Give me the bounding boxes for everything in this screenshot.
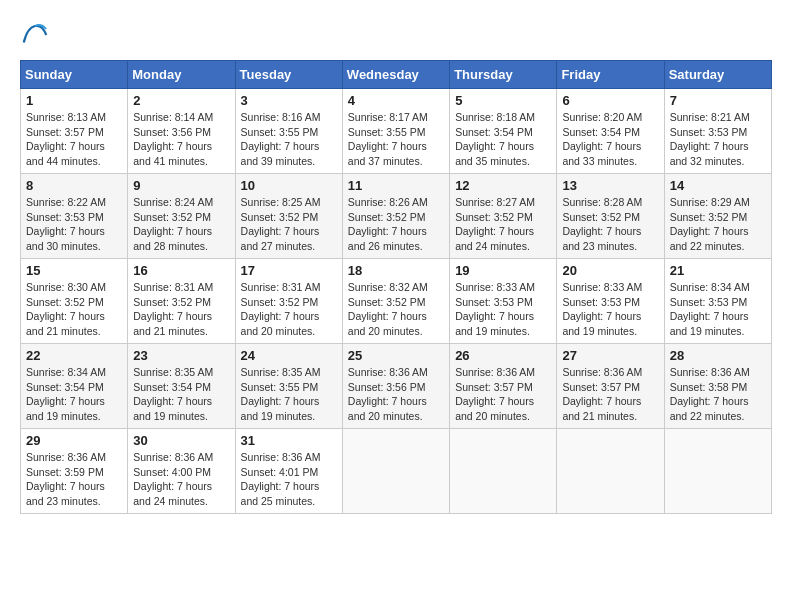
- day-info: Sunrise: 8:36 AMSunset: 3:57 PMDaylight:…: [455, 365, 551, 424]
- calendar: SundayMondayTuesdayWednesdayThursdayFrid…: [20, 60, 772, 514]
- calendar-cell: 3Sunrise: 8:16 AMSunset: 3:55 PMDaylight…: [235, 89, 342, 174]
- calendar-cell: [342, 429, 449, 514]
- day-info: Sunrise: 8:36 AMSunset: 3:58 PMDaylight:…: [670, 365, 766, 424]
- calendar-cell: 6Sunrise: 8:20 AMSunset: 3:54 PMDaylight…: [557, 89, 664, 174]
- day-number: 22: [26, 348, 122, 363]
- calendar-cell: 7Sunrise: 8:21 AMSunset: 3:53 PMDaylight…: [664, 89, 771, 174]
- day-info: Sunrise: 8:29 AMSunset: 3:52 PMDaylight:…: [670, 195, 766, 254]
- logo: [20, 20, 54, 50]
- calendar-cell: [557, 429, 664, 514]
- calendar-cell: 10Sunrise: 8:25 AMSunset: 3:52 PMDayligh…: [235, 174, 342, 259]
- day-info: Sunrise: 8:35 AMSunset: 3:55 PMDaylight:…: [241, 365, 337, 424]
- calendar-cell: 1Sunrise: 8:13 AMSunset: 3:57 PMDaylight…: [21, 89, 128, 174]
- day-number: 1: [26, 93, 122, 108]
- calendar-cell: 28Sunrise: 8:36 AMSunset: 3:58 PMDayligh…: [664, 344, 771, 429]
- calendar-cell: 9Sunrise: 8:24 AMSunset: 3:52 PMDaylight…: [128, 174, 235, 259]
- calendar-cell: 29Sunrise: 8:36 AMSunset: 3:59 PMDayligh…: [21, 429, 128, 514]
- day-info: Sunrise: 8:18 AMSunset: 3:54 PMDaylight:…: [455, 110, 551, 169]
- day-info: Sunrise: 8:36 AMSunset: 4:01 PMDaylight:…: [241, 450, 337, 509]
- calendar-cell: 17Sunrise: 8:31 AMSunset: 3:52 PMDayligh…: [235, 259, 342, 344]
- calendar-cell: 18Sunrise: 8:32 AMSunset: 3:52 PMDayligh…: [342, 259, 449, 344]
- day-number: 4: [348, 93, 444, 108]
- calendar-cell: 21Sunrise: 8:34 AMSunset: 3:53 PMDayligh…: [664, 259, 771, 344]
- day-header-saturday: Saturday: [664, 61, 771, 89]
- day-info: Sunrise: 8:36 AMSunset: 4:00 PMDaylight:…: [133, 450, 229, 509]
- calendar-cell: 13Sunrise: 8:28 AMSunset: 3:52 PMDayligh…: [557, 174, 664, 259]
- day-header-tuesday: Tuesday: [235, 61, 342, 89]
- day-number: 10: [241, 178, 337, 193]
- calendar-cell: 27Sunrise: 8:36 AMSunset: 3:57 PMDayligh…: [557, 344, 664, 429]
- day-number: 20: [562, 263, 658, 278]
- day-info: Sunrise: 8:27 AMSunset: 3:52 PMDaylight:…: [455, 195, 551, 254]
- day-header-wednesday: Wednesday: [342, 61, 449, 89]
- day-number: 14: [670, 178, 766, 193]
- calendar-cell: 12Sunrise: 8:27 AMSunset: 3:52 PMDayligh…: [450, 174, 557, 259]
- calendar-cell: 14Sunrise: 8:29 AMSunset: 3:52 PMDayligh…: [664, 174, 771, 259]
- calendar-cell: 25Sunrise: 8:36 AMSunset: 3:56 PMDayligh…: [342, 344, 449, 429]
- day-info: Sunrise: 8:31 AMSunset: 3:52 PMDaylight:…: [241, 280, 337, 339]
- calendar-cell: 16Sunrise: 8:31 AMSunset: 3:52 PMDayligh…: [128, 259, 235, 344]
- day-info: Sunrise: 8:36 AMSunset: 3:59 PMDaylight:…: [26, 450, 122, 509]
- day-info: Sunrise: 8:36 AMSunset: 3:56 PMDaylight:…: [348, 365, 444, 424]
- day-header-friday: Friday: [557, 61, 664, 89]
- day-number: 28: [670, 348, 766, 363]
- calendar-week-1: 1Sunrise: 8:13 AMSunset: 3:57 PMDaylight…: [21, 89, 772, 174]
- day-info: Sunrise: 8:26 AMSunset: 3:52 PMDaylight:…: [348, 195, 444, 254]
- calendar-cell: 8Sunrise: 8:22 AMSunset: 3:53 PMDaylight…: [21, 174, 128, 259]
- day-info: Sunrise: 8:33 AMSunset: 3:53 PMDaylight:…: [562, 280, 658, 339]
- day-info: Sunrise: 8:21 AMSunset: 3:53 PMDaylight:…: [670, 110, 766, 169]
- calendar-header-row: SundayMondayTuesdayWednesdayThursdayFrid…: [21, 61, 772, 89]
- calendar-cell: 30Sunrise: 8:36 AMSunset: 4:00 PMDayligh…: [128, 429, 235, 514]
- calendar-cell: 4Sunrise: 8:17 AMSunset: 3:55 PMDaylight…: [342, 89, 449, 174]
- day-info: Sunrise: 8:32 AMSunset: 3:52 PMDaylight:…: [348, 280, 444, 339]
- calendar-cell: 23Sunrise: 8:35 AMSunset: 3:54 PMDayligh…: [128, 344, 235, 429]
- day-info: Sunrise: 8:30 AMSunset: 3:52 PMDaylight:…: [26, 280, 122, 339]
- day-info: Sunrise: 8:28 AMSunset: 3:52 PMDaylight:…: [562, 195, 658, 254]
- calendar-cell: 22Sunrise: 8:34 AMSunset: 3:54 PMDayligh…: [21, 344, 128, 429]
- day-number: 7: [670, 93, 766, 108]
- day-info: Sunrise: 8:17 AMSunset: 3:55 PMDaylight:…: [348, 110, 444, 169]
- day-number: 31: [241, 433, 337, 448]
- calendar-cell: 15Sunrise: 8:30 AMSunset: 3:52 PMDayligh…: [21, 259, 128, 344]
- day-info: Sunrise: 8:34 AMSunset: 3:53 PMDaylight:…: [670, 280, 766, 339]
- day-number: 3: [241, 93, 337, 108]
- day-number: 15: [26, 263, 122, 278]
- calendar-cell: 24Sunrise: 8:35 AMSunset: 3:55 PMDayligh…: [235, 344, 342, 429]
- day-number: 30: [133, 433, 229, 448]
- day-info: Sunrise: 8:33 AMSunset: 3:53 PMDaylight:…: [455, 280, 551, 339]
- day-number: 9: [133, 178, 229, 193]
- day-info: Sunrise: 8:16 AMSunset: 3:55 PMDaylight:…: [241, 110, 337, 169]
- day-header-thursday: Thursday: [450, 61, 557, 89]
- day-header-sunday: Sunday: [21, 61, 128, 89]
- day-number: 8: [26, 178, 122, 193]
- day-number: 17: [241, 263, 337, 278]
- day-info: Sunrise: 8:22 AMSunset: 3:53 PMDaylight:…: [26, 195, 122, 254]
- day-number: 24: [241, 348, 337, 363]
- day-number: 11: [348, 178, 444, 193]
- day-number: 13: [562, 178, 658, 193]
- day-info: Sunrise: 8:31 AMSunset: 3:52 PMDaylight:…: [133, 280, 229, 339]
- day-number: 5: [455, 93, 551, 108]
- day-number: 2: [133, 93, 229, 108]
- calendar-cell: 26Sunrise: 8:36 AMSunset: 3:57 PMDayligh…: [450, 344, 557, 429]
- day-info: Sunrise: 8:34 AMSunset: 3:54 PMDaylight:…: [26, 365, 122, 424]
- calendar-cell: 11Sunrise: 8:26 AMSunset: 3:52 PMDayligh…: [342, 174, 449, 259]
- calendar-week-2: 8Sunrise: 8:22 AMSunset: 3:53 PMDaylight…: [21, 174, 772, 259]
- day-info: Sunrise: 8:20 AMSunset: 3:54 PMDaylight:…: [562, 110, 658, 169]
- day-number: 21: [670, 263, 766, 278]
- calendar-cell: [450, 429, 557, 514]
- day-number: 27: [562, 348, 658, 363]
- header: [20, 20, 772, 50]
- day-number: 18: [348, 263, 444, 278]
- day-number: 23: [133, 348, 229, 363]
- day-info: Sunrise: 8:25 AMSunset: 3:52 PMDaylight:…: [241, 195, 337, 254]
- day-number: 12: [455, 178, 551, 193]
- calendar-cell: [664, 429, 771, 514]
- day-info: Sunrise: 8:14 AMSunset: 3:56 PMDaylight:…: [133, 110, 229, 169]
- day-info: Sunrise: 8:35 AMSunset: 3:54 PMDaylight:…: [133, 365, 229, 424]
- day-info: Sunrise: 8:36 AMSunset: 3:57 PMDaylight:…: [562, 365, 658, 424]
- day-number: 25: [348, 348, 444, 363]
- day-info: Sunrise: 8:13 AMSunset: 3:57 PMDaylight:…: [26, 110, 122, 169]
- calendar-week-5: 29Sunrise: 8:36 AMSunset: 3:59 PMDayligh…: [21, 429, 772, 514]
- calendar-cell: 5Sunrise: 8:18 AMSunset: 3:54 PMDaylight…: [450, 89, 557, 174]
